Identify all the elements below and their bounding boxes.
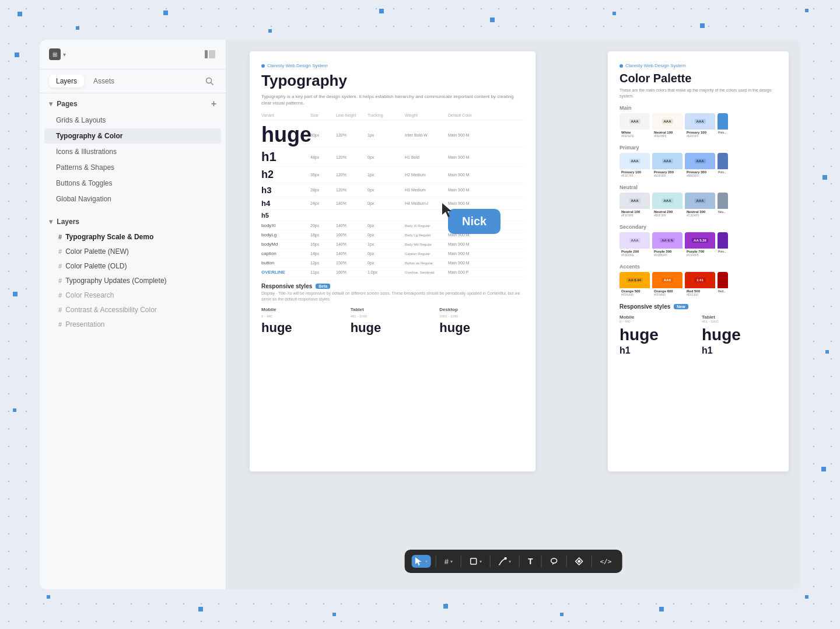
layer-color-new[interactable]: # Color Palette (NEW): [44, 244, 221, 258]
sidebar-header: ⊞ ▾: [40, 40, 226, 69]
layer-typo-scale[interactable]: # Typography Scale & Demo: [44, 230, 221, 244]
swatch-neutral-dark: Neu...: [718, 193, 728, 218]
frame-chevron: ▾: [450, 559, 453, 564]
hash-icon: #: [58, 306, 62, 313]
resp-tablet: Tablet 481 - 1000 huge: [351, 307, 435, 334]
table-row: caption 14px140%0pxCaption RegularMain 9…: [261, 249, 524, 258]
logo-icon: ⊞: [49, 48, 61, 60]
secondary-swatches: AAA Purple 200#F3EDFE AA 6 N Purple 300#…: [620, 232, 777, 258]
search-button[interactable]: [202, 74, 216, 88]
color-frame-badge: Claresty Web Design System: [620, 63, 777, 68]
layer-label: Typography Updates (Complete): [65, 277, 166, 285]
typo-sample-huge: huge: [261, 124, 308, 145]
frame-tool[interactable]: # ▾: [441, 555, 456, 568]
layer-label: Typography Scale & Demo: [65, 233, 153, 241]
layer-color-research[interactable]: # Color Research: [44, 288, 221, 302]
page-item-buttons[interactable]: Buttons & Toggles: [44, 176, 221, 191]
swatch-purple200: AAA Purple 200#F3EDFE: [620, 232, 650, 258]
color-responsive-header: Responsive styles New: [620, 303, 777, 310]
decorative-square: [13, 408, 16, 412]
layer-contrast[interactable]: # Contrast & Accessibility Color: [44, 303, 221, 317]
layer-typo-updates[interactable]: # Typography Updates (Complete): [44, 274, 221, 288]
decorative-square: [163, 11, 168, 15]
decorative-square: [805, 595, 808, 599]
color-responsive-section: Responsive styles New Mobile 0 - 480 hug…: [620, 303, 777, 356]
typo-sample-h2: h2: [261, 169, 308, 181]
canvas-area[interactable]: Claresty Web Design System Typography Ty…: [226, 40, 800, 589]
decorative-square: [18, 12, 22, 16]
svg-point-7: [505, 558, 506, 560]
frame-badge: Claresty Web Design System: [261, 63, 524, 68]
layer-label: Color Palette (NEW): [65, 247, 129, 256]
page-item-grids[interactable]: Grids & Layouts: [44, 113, 221, 128]
color-section-neutral: Neutral AAA Neutral 100#F1F3F8 AAA Neutr…: [620, 184, 777, 218]
layer-presentation[interactable]: # Presentation: [44, 317, 221, 331]
typography-frame: Claresty Web Design System Typography Ty…: [250, 51, 536, 471]
layers-section-header[interactable]: ▾ Layers: [40, 212, 226, 229]
add-page-button[interactable]: +: [211, 99, 216, 109]
pen-tool[interactable]: ▾: [495, 555, 514, 568]
table-row: bodyMd 16px140%1pxBody Md RegularMain 90…: [261, 240, 524, 249]
decorative-square: [490, 18, 495, 22]
swatch-primary400: AAA Primary 300#B8D0FF: [685, 153, 715, 179]
decorative-square: [268, 29, 272, 33]
page-item-patterns[interactable]: Patterns & Shapes: [44, 160, 221, 175]
page-item-icons[interactable]: Icons & Illustrations: [44, 144, 221, 159]
hash-icon: #: [58, 277, 62, 284]
hash-icon: #: [58, 292, 62, 299]
swatch-primary200: AAA Primary 100#F1F7FF: [620, 153, 650, 179]
typography-desc: Typography is a key part of the design s…: [261, 93, 524, 106]
layer-color-old[interactable]: # Color Palette (OLD): [44, 259, 221, 273]
move-chevron: ▾: [425, 559, 428, 564]
page-item-typography[interactable]: Typography & Color: [44, 128, 221, 144]
swatch-purple300: AA 6 N Purple 300#DDBDFF: [652, 232, 682, 258]
swatch-neutral300: AAA Neutral 200#E0F3F8: [652, 193, 682, 218]
panel-toggle-button[interactable]: [204, 48, 216, 61]
decorative-square: [443, 604, 448, 609]
resp-tablet-color: Tablet 481 - 1000 huge h1: [702, 314, 777, 356]
text-tool[interactable]: T: [524, 554, 537, 568]
decorative-square: [15, 53, 19, 57]
decorative-square: [825, 350, 829, 354]
neutral-swatches: AAA Neutral 100#F1F3F8 AAA Neutral 200#E…: [620, 193, 777, 218]
decorative-square: [332, 613, 336, 616]
table-row: OVERLINE 11px160%1.0pxOverline, Semibold…: [261, 268, 524, 277]
tab-layers[interactable]: Layers: [49, 75, 84, 88]
swatch-purple700: AA 5.26 Purple 700#C044F5: [685, 232, 715, 258]
sidebar-tabs: Layers Assets: [40, 69, 226, 93]
comment-tool[interactable]: [546, 555, 561, 568]
color-frame-content: Claresty Web Design System Color Palette…: [608, 51, 789, 471]
hash-icon: #: [58, 263, 62, 270]
move-tool[interactable]: ▾: [412, 555, 431, 568]
decorative-square: [560, 613, 564, 616]
app-logo[interactable]: ⊞ ▾: [49, 48, 66, 60]
color-section-main: Main AAA White#FEFEFE AAA Neutral 100#FE…: [620, 105, 777, 139]
swatch-white: AAA White#FEFEFE: [620, 113, 650, 139]
pages-label: ▾ Pages: [49, 100, 78, 108]
resp-huge-mobile: huge: [261, 322, 346, 334]
layer-label: Color Research: [65, 291, 114, 299]
layer-label: Presentation: [65, 320, 104, 329]
responsive-desc: Display - Title-Xs will be responsive by…: [261, 291, 524, 302]
color-palette-desc: These are the main colors that make up t…: [620, 88, 777, 99]
color-section-secondary: Secondary AAA Purple 200#F3EDFE AA 6 N P…: [620, 224, 777, 258]
component-tool[interactable]: [571, 555, 586, 568]
pages-section-header[interactable]: ▾ Pages +: [40, 93, 226, 112]
page-item-nav[interactable]: Global Navigation: [44, 191, 221, 207]
table-row: h2 36px120%1pxH2 MediumMain 900 M: [261, 167, 524, 183]
decorative-square: [822, 175, 827, 180]
shape-tool[interactable]: ▾: [466, 555, 485, 568]
tab-assets[interactable]: Assets: [86, 75, 121, 88]
swatch-neutral100: AAA Neutral 100#FEFBF5: [652, 113, 682, 139]
decorative-square: [198, 607, 203, 611]
color-responsive-grid: Mobile 0 - 480 huge h1 Tablet 481 - 1000…: [620, 314, 777, 356]
typo-sample-h4: h4: [261, 199, 308, 208]
decorative-square: [13, 292, 18, 296]
swatch-purple-dark: Prim...: [718, 232, 728, 258]
toolbar-divider: [566, 555, 566, 567]
toolbar-divider: [490, 555, 491, 567]
color-section-primary: Primary AAA Primary 100#F1F7FF AAA Prima…: [620, 145, 777, 179]
typography-title: Typography: [261, 72, 524, 90]
toolbar-divider: [591, 555, 592, 567]
code-view-button[interactable]: </>: [596, 555, 615, 568]
